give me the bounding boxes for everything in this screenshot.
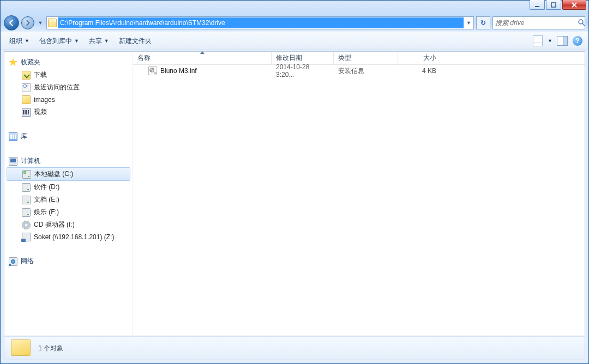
explorer-window: ▼ ▼ ↻ 组织 ▼ 包含到库中 ▼ 共享 ▼ 新建文件夹 ▼ ? 收藏夹 下载 <box>0 0 589 364</box>
navigation-pane[interactable]: 收藏夹 下载 最近访问的位置 images 视频 库 计算机 本地磁盘 (C:)… <box>4 52 133 336</box>
address-input[interactable] <box>58 17 464 28</box>
recent-icon <box>22 83 31 92</box>
back-button[interactable] <box>4 15 19 31</box>
command-toolbar: 组织 ▼ 包含到库中 ▼ 共享 ▼ 新建文件夹 ▼ ? <box>1 32 588 50</box>
nav-drive-d[interactable]: 软件 (D:) <box>4 181 133 193</box>
nav-videos[interactable]: 视频 <box>4 106 133 118</box>
navigation-bar: ▼ ▼ ↻ <box>1 14 588 32</box>
column-name[interactable]: 名称 <box>133 52 272 64</box>
col-label: 修改日期 <box>276 53 302 63</box>
nav-drive-f[interactable]: 娱乐 (F:) <box>4 206 133 219</box>
file-list[interactable]: Bluno M3.inf 2014-10-28 3:20... 安装信息 4 K… <box>133 65 585 336</box>
nav-label: 最近访问的位置 <box>34 83 80 92</box>
drive-icon <box>22 170 31 179</box>
include-in-library-menu[interactable]: 包含到库中 ▼ <box>36 34 82 48</box>
view-options-button[interactable] <box>532 35 543 46</box>
svg-rect-1 <box>551 3 556 7</box>
minimize-button[interactable] <box>530 0 545 10</box>
file-row[interactable]: Bluno M3.inf 2014-10-28 3:20... 安装信息 4 K… <box>133 65 585 77</box>
file-date: 2014-10-28 3:20... <box>276 63 329 78</box>
new-folder-button[interactable]: 新建文件夹 <box>116 34 155 48</box>
file-type: 安装信息 <box>338 66 364 76</box>
address-bar[interactable]: ▼ <box>46 16 474 29</box>
nav-recent[interactable]: 最近访问的位置 <box>4 81 133 94</box>
search-box[interactable] <box>492 16 585 29</box>
nav-drive-cd[interactable]: CD 驱动器 (I:) <box>4 219 133 231</box>
download-icon <box>22 71 31 80</box>
nav-drive-e[interactable]: 文档 (E:) <box>4 193 133 206</box>
col-label: 名称 <box>137 53 151 63</box>
nav-label: CD 驱动器 (I:) <box>34 220 75 229</box>
file-size: 4 KB <box>422 67 436 75</box>
column-type[interactable]: 类型 <box>334 52 398 64</box>
search-input[interactable] <box>495 19 578 27</box>
nav-label: 视频 <box>34 107 47 117</box>
computer-icon <box>9 157 17 166</box>
file-name: Bluno M3.inf <box>160 67 197 75</box>
network-drive-icon <box>22 233 31 241</box>
close-button[interactable] <box>562 0 586 10</box>
nav-drive-c[interactable]: 本地磁盘 (C:) <box>7 167 130 181</box>
favorites-label: 收藏夹 <box>21 58 40 67</box>
folder-icon <box>22 95 31 104</box>
organize-label: 组织 <box>9 37 22 46</box>
drive-icon <box>22 208 31 217</box>
address-dropdown[interactable]: ▼ <box>464 17 473 29</box>
refresh-button[interactable]: ↻ <box>476 16 490 29</box>
preview-pane-button[interactable] <box>557 35 568 46</box>
content-area: 收藏夹 下载 最近访问的位置 images 视频 库 计算机 本地磁盘 (C:)… <box>4 51 585 336</box>
nav-drive-z[interactable]: Soket (\\192.168.1.201) (Z:) <box>4 231 133 243</box>
nav-label: 娱乐 (F:) <box>34 208 59 217</box>
share-label: 共享 <box>89 37 102 46</box>
computer-label: 计算机 <box>21 156 40 166</box>
sort-ascending-icon <box>200 51 205 54</box>
titlebar <box>1 1 588 14</box>
favorites-header[interactable]: 收藏夹 <box>4 56 133 69</box>
drive-icon <box>22 196 31 204</box>
share-menu[interactable]: 共享 ▼ <box>86 34 112 48</box>
nav-downloads[interactable]: 下载 <box>4 69 133 81</box>
include-label: 包含到库中 <box>39 37 72 46</box>
computer-header[interactable]: 计算机 <box>4 155 133 167</box>
nav-label: 下载 <box>34 70 47 80</box>
col-label: 类型 <box>338 53 351 63</box>
nav-label: images <box>34 96 55 104</box>
network-icon <box>9 257 17 266</box>
svg-point-2 <box>579 20 583 24</box>
new-folder-label: 新建文件夹 <box>119 37 152 46</box>
search-icon[interactable] <box>578 19 585 28</box>
col-label: 大小 <box>423 53 436 63</box>
nav-label: Soket (\\192.168.1.201) (Z:) <box>34 233 114 241</box>
nav-images[interactable]: images <box>4 94 133 106</box>
help-button[interactable]: ? <box>572 35 583 46</box>
status-folder-icon <box>11 339 31 357</box>
column-size[interactable]: 大小 <box>398 52 441 64</box>
video-icon <box>22 108 31 117</box>
network-header[interactable]: 网络 <box>4 255 133 268</box>
status-text: 1 个对象 <box>38 344 63 353</box>
star-icon <box>9 58 17 67</box>
nav-label: 本地磁盘 (C:) <box>34 169 73 179</box>
libraries-label: 库 <box>21 132 27 141</box>
inf-file-icon <box>148 66 157 75</box>
column-headers: 名称 修改日期 类型 大小 <box>133 52 585 65</box>
history-dropdown[interactable]: ▼ <box>37 16 44 29</box>
nav-label: 文档 (E:) <box>34 195 59 204</box>
status-bar: 1 个对象 <box>4 336 585 360</box>
cd-icon <box>22 221 31 229</box>
column-date[interactable]: 修改日期 <box>272 52 334 64</box>
file-list-pane: 名称 修改日期 类型 大小 Bluno M3.inf 2014-10-28 3:… <box>133 52 585 336</box>
network-label: 网络 <box>21 257 34 266</box>
nav-label: 软件 (D:) <box>34 183 59 192</box>
forward-button[interactable] <box>21 16 34 29</box>
svg-rect-0 <box>535 6 539 7</box>
library-icon <box>9 132 17 141</box>
libraries-header[interactable]: 库 <box>4 130 133 143</box>
organize-menu[interactable]: 组织 ▼ <box>6 34 33 48</box>
drive-icon <box>22 183 31 192</box>
view-dropdown[interactable]: ▼ <box>548 38 552 44</box>
maximize-button[interactable] <box>546 0 561 10</box>
folder-icon <box>48 19 57 27</box>
